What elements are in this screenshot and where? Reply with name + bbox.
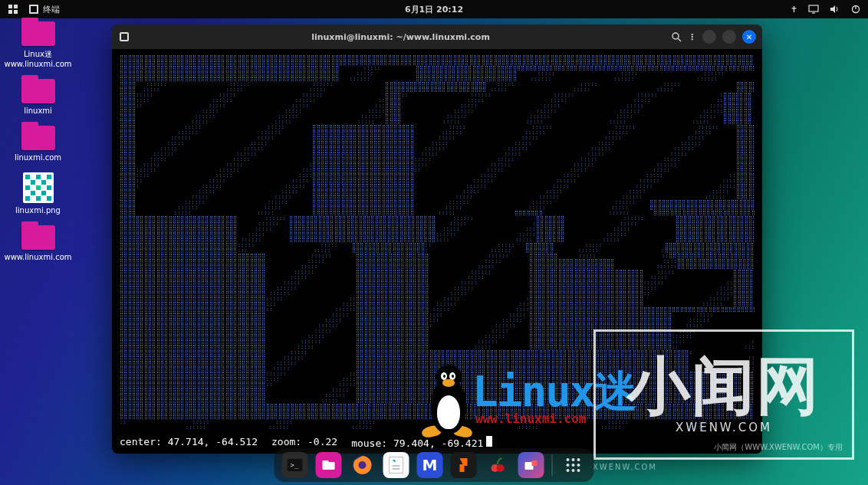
svg-rect-17 (323, 462, 335, 470)
icon-label: www.linuxmi.com (5, 253, 72, 261)
center-label: center: (120, 436, 162, 447)
status-line: center: 47.714, -64.512 zoom: -0.22 mous… (120, 436, 755, 449)
folder-icon (21, 126, 55, 150)
svg-point-34 (577, 464, 580, 467)
svg-rect-21 (390, 457, 403, 474)
folder-icon (21, 225, 55, 250)
svg-point-31 (577, 458, 580, 461)
svg-point-29 (567, 458, 570, 461)
svg-point-36 (572, 469, 575, 472)
dock-screenshot[interactable] (518, 452, 544, 478)
center-value: 47.714, -64.512 (168, 436, 258, 447)
icon-label: Linux迷 www.linuxmi.com (5, 49, 72, 68)
svg-rect-12 (121, 34, 127, 40)
dock-cherrytree[interactable] (485, 452, 511, 478)
app-menu-label: 终端 (43, 4, 60, 15)
dock-separator (552, 454, 553, 476)
dock-metasploit[interactable]: M (417, 452, 443, 478)
svg-rect-1 (14, 5, 18, 8)
icon-label: linuxmi.png (15, 206, 61, 215)
svg-rect-5 (31, 6, 37, 12)
desktop-folder-www-linuxmi-com[interactable]: www.linuxmi.com (9, 225, 67, 261)
mouse-value: 79.404, -69.421 (393, 437, 483, 449)
dock-apps-grid[interactable] (561, 452, 587, 478)
dock-text-editor[interactable] (383, 452, 409, 478)
minimize-button[interactable] (702, 30, 716, 44)
svg-rect-28 (532, 460, 538, 466)
svg-rect-18 (323, 460, 329, 463)
dock: >_ M (275, 448, 594, 482)
volume-icon[interactable] (830, 5, 840, 14)
panel-clock[interactable]: 6月1日 20:12 (405, 4, 463, 15)
dock-burp[interactable] (451, 452, 477, 478)
dock-firefox[interactable] (350, 452, 376, 478)
zoom-value: -0.22 (307, 436, 337, 447)
window-title: linuxmi@linuxmi: ~/www.linuxmi.com (136, 32, 665, 42)
dock-terminal[interactable]: >_ (282, 452, 308, 478)
mouse-label: mouse: (351, 437, 387, 449)
cursor-icon (486, 436, 492, 447)
svg-point-35 (567, 469, 570, 472)
svg-rect-6 (809, 5, 818, 11)
zoom-label: zoom: (271, 436, 301, 447)
svg-point-13 (672, 33, 679, 39)
svg-point-30 (572, 458, 575, 461)
dock-files[interactable] (316, 452, 342, 478)
folder-icon (21, 79, 55, 103)
icon-label: linuxmi (24, 107, 52, 115)
folder-icon (21, 21, 55, 46)
svg-rect-2 (8, 10, 12, 14)
svg-rect-0 (8, 5, 12, 8)
desktop-folder-linuxmi-com[interactable]: linuxmi.com (9, 126, 67, 162)
activities-icon[interactable] (8, 4, 18, 15)
svg-point-26 (497, 464, 505, 472)
close-button[interactable]: ✕ (742, 30, 756, 44)
svg-line-14 (678, 38, 681, 41)
svg-rect-3 (14, 10, 18, 14)
qr-icon (23, 172, 54, 203)
desktop-folder-linuxmi-www[interactable]: Linux迷 www.linuxmi.com (9, 21, 67, 68)
window-titlebar[interactable]: linuxmi@linuxmi: ~/www.linuxmi.com ⋮ ✕ (112, 25, 762, 49)
svg-marker-8 (830, 5, 835, 13)
desktop-icons: Linux迷 www.linuxmi.com linuxmi linuxmi.c… (9, 21, 67, 261)
svg-point-32 (567, 464, 570, 467)
new-tab-icon[interactable] (118, 31, 130, 43)
app-menu[interactable]: 终端 (29, 4, 60, 15)
desktop-folder-linuxmi[interactable]: linuxmi (9, 79, 67, 115)
terminal-window: linuxmi@linuxmi: ~/www.linuxmi.com ⋮ ✕ ⣿… (112, 25, 762, 454)
svg-point-20 (359, 461, 367, 469)
power-icon[interactable] (851, 5, 860, 14)
search-icon[interactable] (671, 31, 682, 42)
screen-icon[interactable] (808, 5, 819, 14)
icon-label: linuxmi.com (15, 153, 61, 162)
ascii-world-map: ⣿⣿⣿⣿⣿⣿⣿⣿⣿⣿⣿⣿⣿⣿⣿⣿⣿⣿⣿⣿⣿⣿⣿⣿⣿⣿⣿⣿⣿⣿⣿⣿⣿⣿⣿⣿⣿⣿⣿⣿… (120, 55, 755, 432)
terminal-body[interactable]: ⣿⣿⣿⣿⣿⣿⣿⣿⣿⣿⣿⣿⣿⣿⣿⣿⣿⣿⣿⣿⣿⣿⣿⣿⣿⣿⣿⣿⣿⣿⣿⣿⣿⣿⣿⣿⣿⣿⣿⣿… (112, 49, 762, 454)
desktop-image-linuxmi-png[interactable]: linuxmi.png (9, 172, 67, 215)
maximize-button[interactable] (722, 30, 736, 44)
svg-point-33 (572, 464, 575, 467)
top-panel: 终端 6月1日 20:12 ✝ (0, 0, 868, 18)
svg-text:>_: >_ (291, 461, 299, 469)
accessibility-icon[interactable]: ✝ (791, 5, 797, 15)
xw-side: XWENW.COM (593, 463, 657, 471)
menu-icon[interactable]: ⋮ (688, 32, 696, 42)
svg-point-37 (577, 469, 580, 472)
